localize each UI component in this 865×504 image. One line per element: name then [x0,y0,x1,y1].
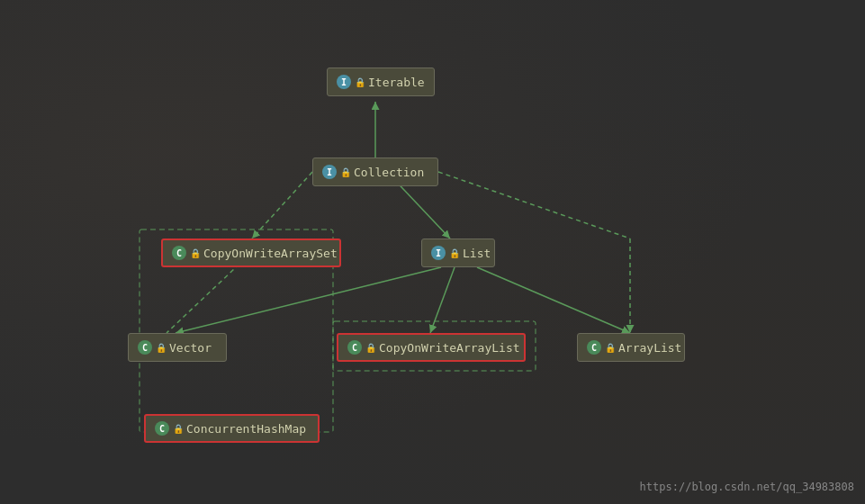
class-icon-copyonwritearraylist: C [347,340,362,355]
lock-icon-concurrenthashmap: 🔒 [173,424,182,433]
node-label-concurrenthashmap: ConcurrentHashMap [186,422,306,436]
svg-line-3 [252,172,312,238]
lock-icon-arraylist: 🔒 [605,343,614,352]
node-label-copyonwritearrayset: CopyOnWriteArraySet [203,247,338,260]
svg-line-9 [477,267,630,333]
node-copyonwritearrayset: C 🔒 CopyOnWriteArraySet [161,238,341,267]
class-icon-concurrenthashmap: C [155,421,169,436]
node-label-copyonwritearraylist: CopyOnWriteArrayList [379,341,520,355]
class-icon-arraylist: C [587,340,601,355]
lock-icon-copyonwritearraylist: 🔒 [365,343,374,352]
node-label-collection: Collection [354,166,424,179]
lock-icon-vector: 🔒 [156,343,165,352]
watermark: https://blog.csdn.net/qq_34983808 [640,481,854,493]
svg-line-7 [176,267,441,333]
node-iterable: I 🔒 Iterable [327,68,435,96]
lock-icon-list: 🔒 [449,248,458,257]
interface-icon-list: I [431,246,446,260]
node-label-vector: Vector [169,341,212,355]
svg-line-8 [430,267,455,333]
diagram-container: I 🔒 Iterable I 🔒 Collection C 🔒 CopyOnWr… [0,0,865,504]
node-collection: I 🔒 Collection [312,158,438,186]
lock-icon-copyonwritearrayset: 🔒 [190,248,199,257]
interface-icon-collection: I [322,165,337,179]
node-vector: C 🔒 Vector [128,333,227,362]
node-label-list: List [463,247,491,260]
node-concurrenthashmap: C 🔒 ConcurrentHashMap [144,414,320,443]
class-icon-copyonwritearrayset: C [172,246,186,260]
node-label-arraylist: ArrayList [618,341,681,355]
svg-line-5 [438,172,630,238]
interface-icon-iterable: I [337,75,351,89]
lock-icon-collection: 🔒 [340,167,349,176]
node-copyonwritearraylist: C 🔒 CopyOnWriteArrayList [337,333,526,362]
node-arraylist: C 🔒 ArrayList [577,333,685,362]
class-icon-vector: C [138,340,152,355]
node-list: I 🔒 List [421,238,495,267]
lock-icon-iterable: 🔒 [355,77,364,86]
node-label-iterable: Iterable [368,76,425,89]
